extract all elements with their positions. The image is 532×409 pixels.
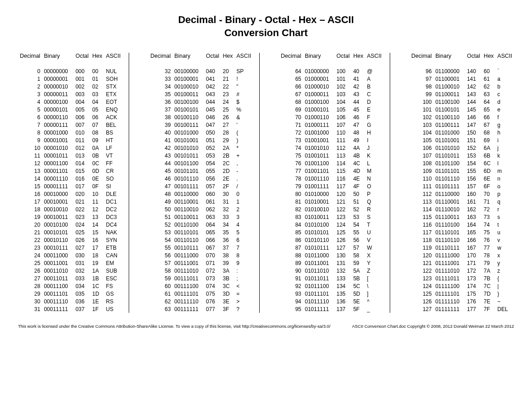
cell-decimal: 107 <box>410 152 434 159</box>
cell-ascii: EOT <box>104 98 123 106</box>
cell-binary: 01011011 <box>303 274 335 282</box>
cell-octal: 110 <box>335 129 351 136</box>
cell-decimal: 120 <box>410 251 434 259</box>
cell-ascii: B <box>365 83 383 90</box>
cell-decimal: 20 <box>18 221 42 228</box>
table-row: 75010010111134BK <box>279 152 383 159</box>
cell-octal: 032 <box>74 267 90 274</box>
cell-ascii: _ <box>365 305 383 313</box>
cell-hex: 48 <box>351 129 365 136</box>
cell-octal: 004 <box>74 98 90 106</box>
cell-octal: 061 <box>204 198 221 205</box>
cell-binary: 01011110 <box>303 297 335 305</box>
cell-hex: 2F <box>221 182 234 190</box>
cell-octal: 050 <box>204 129 221 136</box>
cell-octal: 133 <box>335 274 351 282</box>
cell-decimal: 2 <box>18 83 42 90</box>
cell-ascii: " <box>235 83 253 90</box>
cell-ascii: J <box>365 144 383 152</box>
cell-decimal: 54 <box>149 236 173 244</box>
cell-decimal: 12 <box>18 159 42 167</box>
table-row: 360010010004424$ <box>149 98 253 106</box>
table-row: 830101001112353S <box>279 213 383 221</box>
cell-octal: 012 <box>74 144 90 152</box>
cell-octal: 062 <box>204 205 221 213</box>
table-row: 47001011110572F/ <box>149 182 253 190</box>
cell-binary: 01100000 <box>434 67 465 75</box>
cell-binary: 00001011 <box>42 152 74 159</box>
cell-ascii: v <box>495 236 514 244</box>
cell-ascii: ) <box>235 136 253 144</box>
table-row: 59001110110733B; <box>149 274 253 282</box>
cell-hex: 5B <box>351 274 365 282</box>
header-hex: Hex <box>351 53 365 67</box>
cell-decimal: 101 <box>410 106 434 113</box>
cell-octal: 020 <box>74 190 90 198</box>
cell-hex: 4D <box>351 167 365 175</box>
table-row: 870101011112757W <box>279 244 383 251</box>
table-row: 58001110100723A: <box>149 267 253 274</box>
table-row: 45001011010552D- <box>149 167 253 175</box>
cell-binary: 00101000 <box>173 129 204 136</box>
cell-binary: 01010000 <box>303 190 335 198</box>
cell-octal: 146 <box>465 113 482 121</box>
cell-hex: 0A <box>90 144 104 152</box>
table-row: 50000010100505ENQ <box>18 106 122 113</box>
cell-binary: 01000011 <box>303 90 335 98</box>
cell-ascii: h <box>495 129 514 136</box>
cell-decimal: 40 <box>149 129 173 136</box>
cell-ascii: W <box>365 244 383 251</box>
cell-binary: 00101001 <box>173 136 204 144</box>
cell-binary: 00110110 <box>173 236 204 244</box>
table-row: 80000100001008BS <box>18 129 122 136</box>
table-row: 820101001012252R <box>279 205 383 213</box>
cell-ascii: $ <box>235 98 253 106</box>
table-row: 106011010101526Aj <box>410 144 514 152</box>
cell-ascii: y <box>495 259 514 267</box>
cell-hex: 5D <box>351 290 365 297</box>
table-row: 90010110101325AZ <box>279 267 383 274</box>
cell-binary: 00111100 <box>173 282 204 290</box>
cell-octal: 136 <box>335 297 351 305</box>
cell-binary: 00000001 <box>42 75 74 83</box>
cell-octal: 161 <box>465 198 482 205</box>
cell-hex: 69 <box>482 136 495 144</box>
cell-ascii: } <box>495 290 514 297</box>
cell-decimal: 71 <box>279 121 303 129</box>
cell-hex: 39 <box>221 259 234 267</box>
cell-binary: 00100010 <box>173 83 204 90</box>
cell-octal: 074 <box>204 282 221 290</box>
cell-hex: 4C <box>351 159 365 167</box>
cell-octal: 126 <box>335 236 351 244</box>
cell-ascii: DC3 <box>104 213 123 221</box>
header-octal: Octal <box>465 53 482 67</box>
cell-binary: 01001110 <box>303 175 335 182</box>
table-row: 680100010010444D <box>279 98 383 106</box>
cell-binary: 00011000 <box>42 251 74 259</box>
cell-hex: 73 <box>482 213 495 221</box>
cell-ascii: s <box>495 213 514 221</box>
cell-binary: 01010110 <box>303 236 335 244</box>
cell-octal: 107 <box>335 121 351 129</box>
cell-octal: 152 <box>465 144 482 152</box>
header-decimal: Decimal <box>149 53 173 67</box>
cell-octal: 033 <box>74 274 90 282</box>
cell-decimal: 77 <box>279 167 303 175</box>
cell-decimal: 67 <box>279 90 303 98</box>
table-row: 90000100101109HT <box>18 136 122 144</box>
cell-binary: 01100100 <box>434 98 465 106</box>
cell-octal: 040 <box>204 67 221 75</box>
cell-ascii: w <box>495 244 514 251</box>
header-row: Decimal Binary Octal Hex ASCII <box>149 53 253 67</box>
column-3: Decimal Binary Octal Hex ASCII 960110000… <box>403 53 514 313</box>
cell-binary: 01110110 <box>434 236 465 244</box>
cell-decimal: 30 <box>18 297 42 305</box>
cell-binary: 00000101 <box>42 106 74 113</box>
cell-hex: 67 <box>482 121 495 129</box>
cell-ascii: ? <box>235 305 253 313</box>
header-octal: Octal <box>74 53 90 67</box>
cell-binary: 00100001 <box>173 75 204 83</box>
cell-ascii: ACK <box>104 113 123 121</box>
table-row: 76010011001144CL <box>279 159 383 167</box>
cell-hex: 30 <box>221 190 234 198</box>
